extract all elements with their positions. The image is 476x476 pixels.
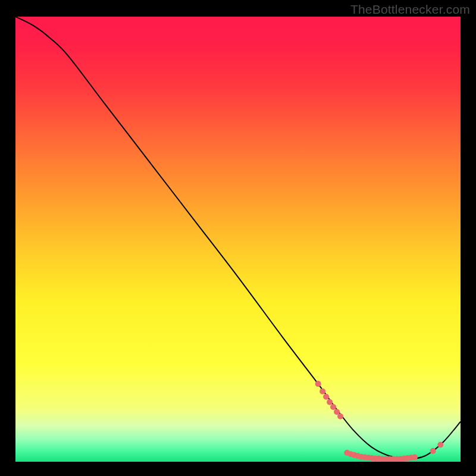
marker-dot <box>430 448 436 454</box>
chart-svg <box>15 17 461 462</box>
marker-dot <box>437 442 443 448</box>
marker-dot <box>337 414 343 419</box>
attribution-text: TheBottlenecker.com <box>350 2 470 17</box>
marker-dot <box>320 389 325 394</box>
marker-dot <box>327 399 333 405</box>
marker-dot <box>412 455 418 461</box>
marker-dot <box>323 394 329 400</box>
plot-area <box>15 17 461 462</box>
marker-dot <box>315 381 321 387</box>
chart-frame: TheBottlenecker.com <box>0 0 476 476</box>
plot-background <box>15 17 461 462</box>
marker-dot <box>330 404 336 410</box>
